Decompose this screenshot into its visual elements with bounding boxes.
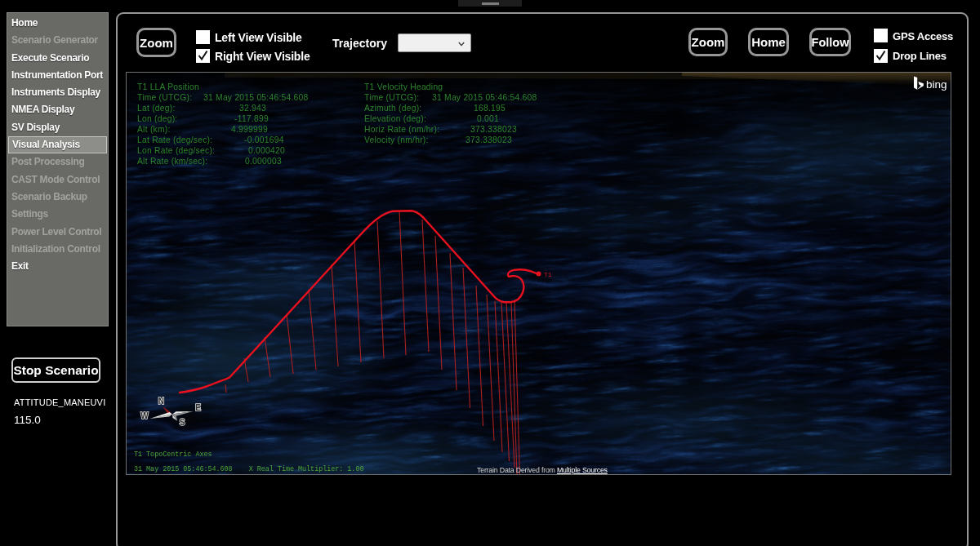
svg-text:W: W <box>140 411 149 420</box>
svg-text:E: E <box>195 403 201 412</box>
svg-text:bing: bing <box>926 78 947 91</box>
svg-text:T1: T1 <box>544 271 552 278</box>
svg-text:N: N <box>158 397 164 406</box>
svg-text:S: S <box>180 418 185 427</box>
